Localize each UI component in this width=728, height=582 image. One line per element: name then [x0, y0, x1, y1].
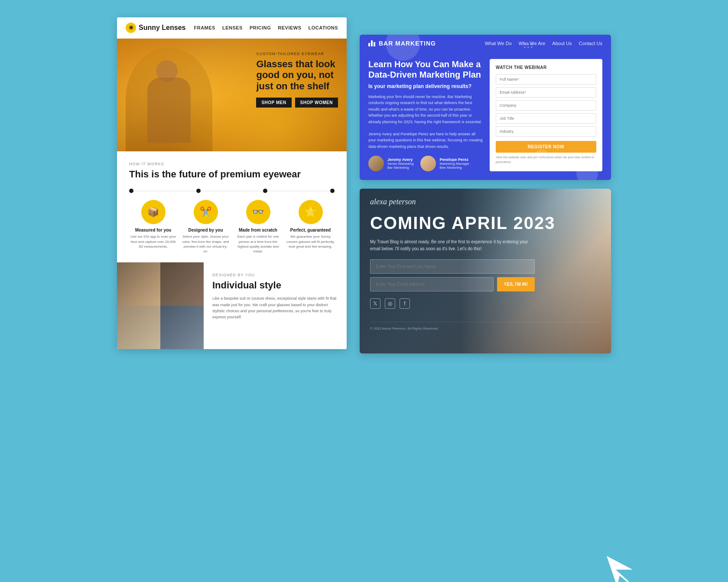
sunny-lenses-panel: ☀ Sunny Lenses FRAMES LENSES PRICING REV…	[117, 17, 347, 349]
jeremy-avatar	[368, 156, 384, 171]
hero-section: CUSTOM-TAILORED EYEWEAR Glasses that loo…	[117, 39, 347, 151]
perfect-icon: ⭐	[299, 200, 323, 224]
alexa-email-row: YES, I'M IN!	[370, 277, 535, 291]
bm-what-we-do[interactable]: What We Do	[485, 41, 512, 46]
bm-speakers: Jeremy Avery Senior Marketing Bar Market…	[368, 156, 483, 171]
bm-industry-input[interactable]	[496, 126, 596, 137]
bm-jobtitle-input[interactable]	[496, 113, 596, 124]
designed-icon: ✂️	[194, 200, 218, 224]
bm-who-we-are[interactable]: Who We Are	[519, 41, 546, 46]
nav-reviews[interactable]: REVIEWS	[278, 25, 301, 30]
penelope-avatar-image	[420, 156, 436, 171]
line-3	[267, 191, 330, 191]
bm-subheadline: Is your marketing plan delivering result…	[368, 83, 483, 89]
step-3-title: Made from scratch	[239, 228, 277, 232]
sun-icon: ☀	[126, 23, 136, 33]
bm-nav: BAR MARKETING What We Do Who We Are Abou…	[360, 35, 611, 52]
hero-eyewear-label: CUSTOM-TAILORED EYEWEAR	[256, 52, 338, 56]
bm-headline: Learn How You Can Make a Data-Driven Mar…	[368, 59, 483, 80]
bm-fullname-input[interactable]	[496, 74, 596, 85]
dot-2	[196, 189, 201, 193]
step-perfect: ⭐ Perfect, guaranteed We guarantee your …	[286, 200, 335, 254]
alexa-email-input[interactable]	[370, 277, 494, 291]
sunny-nav-links: FRAMES LENSES PRICING REVIEWS LOCATIONS	[194, 25, 338, 30]
person-body	[147, 78, 191, 143]
bar-marketing-card: BAR MARKETING What We Do Who We Are Abou…	[360, 35, 611, 180]
nav-locations[interactable]: LOCATIONS	[309, 25, 338, 30]
photo-2	[160, 262, 204, 306]
bm-contact-us[interactable]: Contact Us	[579, 41, 602, 46]
how-it-works-section: HOW IT WORKS This is the future of premi…	[117, 151, 347, 262]
hero-text: CUSTOM-TAILORED EYEWEAR Glasses that loo…	[256, 52, 338, 108]
designed-label: DESIGNED BY YOU	[212, 273, 338, 277]
step-designed: ✂️ Designed by you Select your style, ch…	[182, 200, 230, 254]
sunny-logo: ☀ Sunny Lenses	[126, 23, 185, 33]
jeremy-avatar-image	[368, 156, 384, 171]
bm-logo: BAR MARKETING	[368, 40, 436, 47]
alexa-peterson-card: alexa peterson COMING APRIL 2023 My Trav…	[360, 189, 611, 353]
step-2-desc: Select your style, choose your color, fi…	[182, 234, 230, 254]
individual-title: Individual style	[212, 280, 338, 291]
hero-buttons: SHOP MEN SHOP WOMEN	[256, 98, 338, 108]
nav-frames[interactable]: FRAMES	[194, 25, 215, 30]
nav-lenses[interactable]: LENSES	[222, 25, 243, 30]
how-title: This is the future of premium eyewear	[129, 169, 335, 180]
alexa-name-input[interactable]	[370, 259, 535, 274]
instagram-icon[interactable]: ◎	[385, 298, 395, 309]
sunny-nav: ☀ Sunny Lenses FRAMES LENSES PRICING REV…	[117, 17, 347, 39]
step-2-title: Designed by you	[188, 228, 223, 232]
bm-form: WATCH THE WEBINAR REGISTER NOW View this…	[490, 59, 602, 171]
penelope-info: Penelope Perez Marketing Manager Bee Mar…	[439, 157, 469, 170]
individual-style-section: DESIGNED BY YOU Individual style Like a …	[117, 262, 347, 349]
bm-fine-print: View this webinar now, and get notificat…	[496, 155, 596, 164]
alexa-social: 𝕏 ◎ f	[370, 298, 601, 309]
penelope-avatar	[420, 156, 436, 171]
steps-dots	[129, 189, 335, 193]
alexa-description: My Travel Blog is almost ready. Be one o…	[370, 239, 535, 252]
photo-3	[117, 306, 160, 349]
bm-register-button[interactable]: REGISTER NOW	[496, 141, 596, 153]
how-label: HOW IT WORKS	[129, 162, 335, 166]
dot-1	[129, 189, 133, 193]
alexa-yes-button[interactable]: YES, I'M IN!	[497, 277, 535, 291]
bm-nav-links: What We Do Who We Are About Us Contact U…	[485, 41, 602, 46]
line-2	[201, 191, 263, 191]
steps-grid: 📦 Measured for you Use our iOS app to sc…	[129, 200, 335, 254]
step-3-desc: Each pair is crafted for one person at a…	[234, 234, 282, 254]
facebook-icon[interactable]: f	[400, 298, 410, 309]
twitter-icon[interactable]: 𝕏	[370, 298, 380, 309]
dot-3	[263, 189, 267, 193]
individual-text: DESIGNED BY YOU Individual style Like a …	[204, 262, 347, 349]
cursor-shape	[607, 556, 633, 582]
bm-form-title: WATCH THE WEBINAR	[496, 65, 596, 70]
alexa-footer: © 2023 Alexa Peterson. All Rights Reserv…	[370, 322, 601, 330]
individual-desc: Like a bespoke suit or couture dress, ex…	[212, 295, 338, 320]
speaker-jeremy: Jeremy Avery Senior Marketing Bar Market…	[368, 156, 413, 171]
step-made: 👓 Made from scratch Each pair is crafted…	[234, 200, 282, 254]
shop-men-button[interactable]: SHOP MEN	[256, 98, 291, 108]
bm-about-us[interactable]: About Us	[552, 41, 572, 46]
bm-left: Learn How You Can Make a Data-Driven Mar…	[368, 59, 490, 171]
bm-company-input[interactable]	[496, 100, 596, 111]
measured-icon: 📦	[141, 200, 166, 224]
photos-grid	[117, 262, 204, 349]
step-measured: 📦 Measured for you Use our iOS app to sc…	[129, 200, 177, 254]
photo-1	[117, 262, 160, 306]
photo-4	[160, 306, 204, 349]
bar-chart-icon	[368, 40, 375, 46]
bm-description-1: Marketing your firm should never be reac…	[368, 94, 483, 125]
right-panels: BAR MARKETING What We Do Who We Are Abou…	[360, 35, 611, 353]
made-icon: 👓	[246, 200, 270, 224]
bm-body: Learn How You Can Make a Data-Driven Mar…	[360, 52, 611, 180]
nav-pricing[interactable]: PRICING	[250, 25, 271, 30]
bm-email-input[interactable]	[496, 87, 596, 98]
alexa-coming-title: COMING APRIL 2023	[370, 213, 601, 232]
step-4-title: Perfect, guaranteed	[290, 228, 331, 232]
line-1	[133, 191, 196, 191]
step-1-desc: Use our iOS app to scan your face and ca…	[129, 234, 177, 249]
step-1-title: Measured for you	[135, 228, 171, 232]
logo-text: Sunny Lenses	[139, 24, 185, 32]
shop-women-button[interactable]: SHOP WOMEN	[295, 98, 338, 108]
dot-4	[330, 189, 335, 193]
alexa-content: alexa peterson COMING APRIL 2023 My Trav…	[360, 189, 611, 339]
